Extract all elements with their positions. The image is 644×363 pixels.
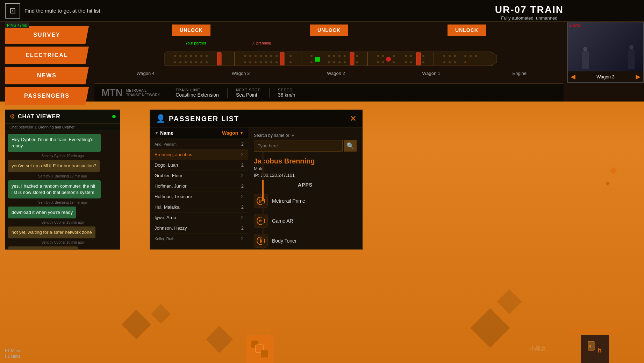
svg-point-34 xyxy=(249,61,251,63)
info-bar: MTN METRORAIL TRANSIT NETWORK TRAIN LINE… xyxy=(94,83,564,102)
passenger-row-1[interactable]: Brenning, Jacobus 2 xyxy=(150,149,248,160)
svg-point-59 xyxy=(377,61,379,63)
password-breaker-label: PASSWORD BREAKER xyxy=(567,328,623,334)
svg-point-18 xyxy=(174,61,176,63)
svg-point-39 xyxy=(276,61,278,63)
passenger-row-3[interactable]: Grobler, Fleur 2 xyxy=(150,170,248,181)
unlock-btn-1[interactable]: UNLOCK xyxy=(172,25,210,36)
svg-point-20 xyxy=(185,61,187,63)
ping-badge: PING 47ms xyxy=(5,22,29,28)
wagon-2-label: Wagon 2 xyxy=(303,71,369,76)
svg-point-57 xyxy=(410,55,412,57)
p-wagon-0: 2 xyxy=(237,141,244,147)
svg-point-46 xyxy=(356,55,358,57)
svg-point-40 xyxy=(289,61,292,63)
passenger-row-4[interactable]: Hoffman, Junior 2 xyxy=(150,181,248,191)
passenger-row-7[interactable]: Igwe, Arno 2 xyxy=(150,212,248,223)
file-decryptor-tool[interactable]: FILE DECRYPTOR xyxy=(238,328,282,363)
p-wagon-7: 2 xyxy=(237,215,244,220)
app-icon-metrorail: M xyxy=(254,194,268,208)
modal-close-button[interactable]: ✕ xyxy=(350,114,357,124)
col-name-header: ▼ Name xyxy=(155,130,222,136)
svg-point-29 xyxy=(265,55,267,57)
password-breaker-icon[interactable]: h xyxy=(581,335,609,363)
svg-point-55 xyxy=(393,55,395,57)
chat-subheader: Chat between J. Brenning and Cypher xyxy=(5,124,120,131)
engine-label: Engine xyxy=(493,71,546,76)
svg-point-60 xyxy=(382,61,384,63)
scrollbar-thumb[interactable] xyxy=(262,180,264,201)
cctv-next-arrow[interactable]: ▶ xyxy=(636,73,641,81)
svg-point-17 xyxy=(206,55,208,57)
passenger-row-5[interactable]: Hoffman, Treasure 2 xyxy=(150,191,248,202)
svg-point-56 xyxy=(405,55,407,57)
p-name-1: Brenning, Jacobus xyxy=(155,152,237,157)
passenger-rows[interactable]: Ang, Pienam 2 Brenning, Jacobus 2 Dogo, … xyxy=(150,139,248,248)
app-row-2[interactable]: Body Toner xyxy=(254,231,357,248)
unlock-btn-3[interactable]: UNLOCK xyxy=(448,25,486,36)
p-wagon-3: 2 xyxy=(237,173,244,178)
svg-rect-6 xyxy=(280,53,284,65)
passenger-row-8[interactable]: Johnson, Hezzy 2 xyxy=(150,223,248,233)
svg-point-41 xyxy=(310,55,313,57)
hotkeys: F1 Menu F2 Hints xyxy=(5,348,21,359)
p-name-4: Hoffman, Junior xyxy=(155,183,237,189)
chat-msg-4: download it when you're ready xyxy=(8,207,76,218)
cctv-prev-arrow[interactable]: ◀ xyxy=(571,73,575,81)
svg-point-35 xyxy=(255,61,257,63)
file-decryptor-icon[interactable] xyxy=(246,335,274,363)
scrollbar[interactable] xyxy=(262,152,264,250)
col-wagon-header[interactable]: Wagon ▼ xyxy=(222,130,244,136)
file-decryptor-label: FILE DECRYPTOR xyxy=(238,328,282,334)
news-button[interactable]: NEWS xyxy=(5,67,89,84)
watermark: 小黑盒 xyxy=(529,345,546,352)
unlock-btn-2[interactable]: UNLOCK xyxy=(310,25,348,36)
passenger-row-0[interactable]: Ang, Pienam 2 xyxy=(150,139,248,149)
svg-point-31 xyxy=(276,55,278,57)
svg-point-37 xyxy=(265,61,267,63)
svg-point-52 xyxy=(356,61,358,63)
j-brenning-label: J. Brenning xyxy=(252,41,271,45)
passenger-row-6[interactable]: Hui, Malaika 2 xyxy=(150,202,248,212)
p-name-0: Ang, Pienam xyxy=(155,142,237,146)
search-button[interactable]: 🔍 xyxy=(344,140,357,152)
passenger-row-2[interactable]: Dogo, Luan 2 xyxy=(150,160,248,170)
train-line-section: TRAIN LINE Coastline Extension xyxy=(167,88,228,98)
passengers-button[interactable]: PASSENGERS xyxy=(5,87,89,105)
chat-msg-6: what's the MULE's IP address? xyxy=(8,246,78,249)
svg-rect-0 xyxy=(165,52,493,66)
svg-point-74 xyxy=(464,61,466,63)
mtn-line1: METRORAIL xyxy=(126,88,160,93)
svg-rect-5 xyxy=(217,53,221,65)
svg-point-16 xyxy=(200,55,202,57)
wagon-4-label: Wagon 4 xyxy=(112,71,179,76)
survey-button[interactable]: SURVEY xyxy=(5,26,89,44)
app-row-1[interactable]: Game AR xyxy=(254,211,357,231)
app-row-0[interactable]: M Metrorail Prime xyxy=(254,191,357,211)
svg-rect-88 xyxy=(589,345,591,348)
chat-ts-5: Sent by Cypher 18 min ago xyxy=(8,240,117,244)
svg-point-15 xyxy=(195,55,197,57)
svg-point-48 xyxy=(328,61,330,63)
p-name-6: Hui, Malaika xyxy=(155,204,237,210)
svg-point-33 xyxy=(244,61,246,63)
password-breaker-tool[interactable]: PASSWORD BREAKER h xyxy=(567,328,623,363)
svg-point-54 xyxy=(382,55,384,57)
svg-point-11 xyxy=(174,55,176,57)
search-input[interactable] xyxy=(254,140,343,152)
cctv-nav: ◀ Wagon 3 ▶ xyxy=(568,71,643,82)
svg-text:h: h xyxy=(598,347,602,354)
speed-value: 38 km/h xyxy=(278,92,295,98)
svg-point-50 xyxy=(338,61,341,63)
electrical-button[interactable]: ELECTRICAL xyxy=(5,47,89,64)
cctv-figure-1 xyxy=(582,51,589,69)
chat-msg-2: you've set up a MULE for our transaction… xyxy=(8,160,100,172)
passenger-row-9[interactable]: Keller, Ruth 2 xyxy=(150,233,248,244)
svg-point-27 xyxy=(255,55,257,57)
svg-point-19 xyxy=(179,61,181,63)
hotkey-f1: F1 Menu xyxy=(5,348,21,353)
next-stop-label: NEXT STOP xyxy=(236,88,261,92)
speed-label: SPEED xyxy=(278,88,295,92)
svg-point-24 xyxy=(206,61,208,63)
train-diagram: Wagon 4 Wagon 3 Wagon 2 Wagon 1 Engine xyxy=(94,45,564,76)
